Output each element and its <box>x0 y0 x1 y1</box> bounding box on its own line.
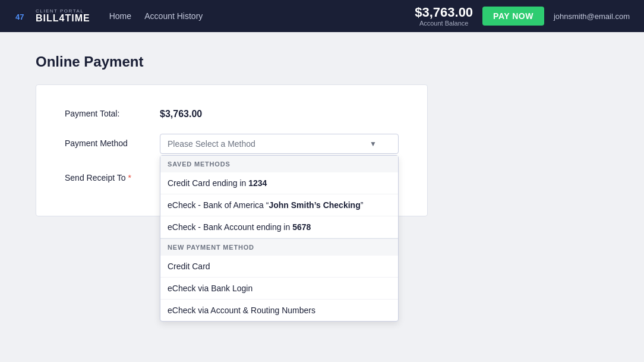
pay-now-button[interactable]: PAY NOW <box>482 7 544 26</box>
dropdown-menu: SAVED METHODS Credit Card ending in 1234… <box>160 155 399 322</box>
main-content: Online Payment Payment Total: $3,763.00 … <box>0 32 644 238</box>
nav-home[interactable]: Home <box>109 11 131 21</box>
new-method-credit-card[interactable]: Credit Card <box>160 256 398 278</box>
brand-name: BILL4TIME <box>36 14 90 23</box>
logo-icon: 47 <box>14 8 31 24</box>
logo-area: 47 CLIENT PORTAL BILL4TIME <box>14 8 90 24</box>
new-method-echeck-routing[interactable]: eCheck via Account & Routing Numbers <box>160 300 398 321</box>
saved-method-echeck-bofa[interactable]: eCheck - Bank of America “John Smith’s C… <box>160 194 398 216</box>
header-left: 47 CLIENT PORTAL BILL4TIME Home Account … <box>14 8 203 24</box>
send-receipt-label: Send Receipt To * <box>65 168 160 182</box>
chevron-down-icon: ▼ <box>370 140 377 148</box>
payment-total-value: $3,763.00 <box>160 104 202 119</box>
new-method-echeck-bank-login[interactable]: eCheck via Bank Login <box>160 278 398 300</box>
header-center: $3,763.00 Account Balance PAY NOW johnsm… <box>415 5 630 27</box>
payment-total-label: Payment Total: <box>65 104 160 118</box>
logo-text-block: CLIENT PORTAL BILL4TIME <box>36 9 90 23</box>
user-email: johnsmith@email.com <box>554 12 630 21</box>
dropdown-placeholder: Please Select a Method <box>168 139 255 149</box>
app-header: 47 CLIENT PORTAL BILL4TIME Home Account … <box>0 0 644 32</box>
dropdown-trigger[interactable]: Please Select a Method ▼ <box>160 134 399 154</box>
balance-label: Account Balance <box>415 20 473 27</box>
payment-method-dropdown[interactable]: Please Select a Method ▼ SAVED METHODS C… <box>160 134 399 154</box>
payment-card: Payment Total: $3,763.00 Payment Method … <box>36 84 428 216</box>
saved-method-credit-card[interactable]: Credit Card ending in 1234 <box>160 172 398 194</box>
main-nav: Home Account History <box>109 11 203 21</box>
new-method-header: NEW PAYMENT METHOD <box>160 239 398 256</box>
nav-account-history[interactable]: Account History <box>144 11 203 21</box>
payment-method-label: Payment Method <box>65 134 160 148</box>
payment-total-row: Payment Total: $3,763.00 <box>65 104 399 119</box>
page-title: Online Payment <box>36 53 608 70</box>
balance-block: $3,763.00 Account Balance <box>415 5 473 27</box>
payment-method-row: Payment Method Please Select a Method ▼ … <box>65 134 399 154</box>
balance-amount: $3,763.00 <box>415 5 473 20</box>
saved-methods-header: SAVED METHODS <box>160 156 398 172</box>
saved-method-echeck-bank[interactable]: eCheck - Bank Account ending in 5678 <box>160 216 398 238</box>
required-star: * <box>128 173 131 182</box>
svg-text:47: 47 <box>15 12 24 21</box>
